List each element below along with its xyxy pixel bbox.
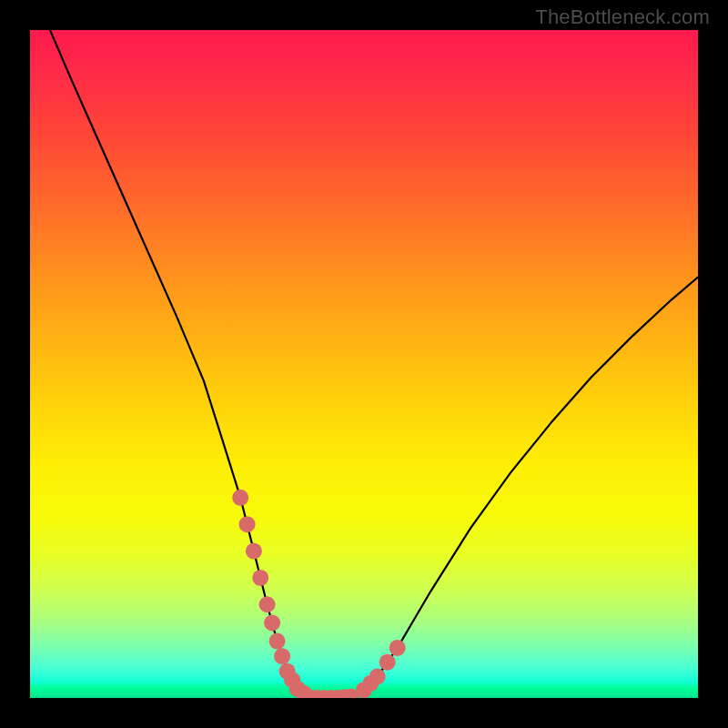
svg-point-7 xyxy=(274,648,290,664)
plot-area xyxy=(30,30,698,698)
svg-point-4 xyxy=(259,596,276,612)
svg-point-1 xyxy=(239,516,256,532)
chart-svg xyxy=(30,30,698,698)
svg-point-24 xyxy=(389,640,406,656)
svg-point-6 xyxy=(269,633,286,650)
svg-point-3 xyxy=(252,570,268,586)
svg-point-5 xyxy=(264,614,280,631)
svg-point-23 xyxy=(379,654,396,671)
svg-point-0 xyxy=(232,490,248,506)
watermark-text: TheBottleneck.com xyxy=(535,5,710,29)
svg-point-22 xyxy=(369,669,386,685)
svg-point-2 xyxy=(246,543,262,560)
chart-frame: TheBottleneck.com xyxy=(0,0,728,728)
curve-highlights xyxy=(232,490,405,698)
curve-main xyxy=(50,30,698,698)
